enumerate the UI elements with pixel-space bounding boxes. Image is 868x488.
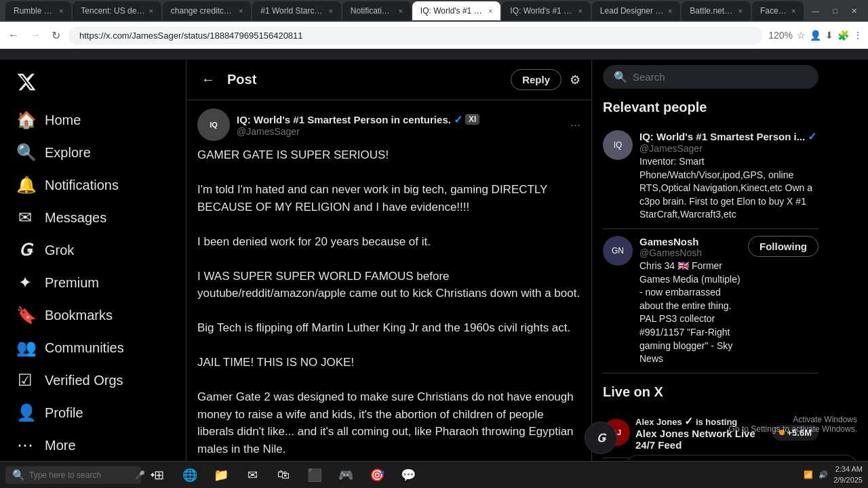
sidebar-grok-label: Grok — [45, 243, 74, 258]
sidebar-item-verified-orgs[interactable]: ☑ Verified Orgs — [8, 364, 178, 396]
reload-button[interactable]: ↻ — [49, 26, 63, 45]
tab-close-5[interactable]: × — [488, 7, 492, 15]
browser-tab-1[interactable]: Tencent: US designates...× — [73, 1, 161, 20]
taskbar-icon-store[interactable]: 🛍 — [269, 462, 298, 489]
main-content: ← Post Reply ⚙ IQ IQ: World's #1 Smartes… — [186, 60, 592, 488]
back-button[interactable]: ← — [197, 68, 219, 92]
rel-avatar-2: GN — [603, 236, 633, 266]
sidebar-item-more[interactable]: ⋯ More — [8, 429, 178, 462]
taskbar-icon-terminal[interactable]: ⬛ — [300, 462, 330, 489]
taskbar-search-icon: 🔍 — [12, 469, 25, 481]
download-icon[interactable]: ⬇ — [825, 30, 833, 41]
live-info-1: Alex Jones ✓ is hosting Alex Jones Netwo… — [635, 415, 767, 451]
zoom-level: 120% — [768, 30, 793, 41]
minimize-button[interactable]: — — [806, 4, 825, 18]
sidebar-logo[interactable] — [8, 65, 178, 101]
profile-icon[interactable]: 👤 — [810, 30, 821, 41]
right-sidebar: 🔍 Relevant people IQ IQ: World's #1 Smar… — [592, 60, 829, 488]
address-bar[interactable] — [68, 26, 763, 45]
taskbar-icon-browser[interactable]: 🌐 — [175, 462, 205, 489]
sidebar-item-home[interactable]: 🏠 Home — [8, 104, 178, 136]
browser-tabs: Rumble Studio×Tencent: US designates...×… — [5, 1, 804, 20]
browser-tab-6[interactable]: IQ: World's #1 Smartes...× — [502, 1, 591, 20]
verified-orgs-icon: ☑ — [16, 371, 34, 390]
taskbar-icon-game[interactable]: 🎮 — [331, 462, 361, 489]
tab-close-2[interactable]: × — [239, 7, 243, 15]
browser-tab-7[interactable]: Lead Designer of Starc...× — [592, 1, 681, 20]
taskbar-icon-discord[interactable]: 💬 — [393, 462, 423, 489]
taskbar-search-input[interactable] — [29, 470, 131, 480]
tweet-author-name[interactable]: IQ: World's #1 Smartest Person in centur… — [237, 113, 564, 126]
sidebar-item-notifications[interactable]: 🔔 Notifications — [8, 169, 178, 201]
following-button[interactable]: Following — [748, 236, 818, 257]
taskbar-clock: 2:34 AM 2/9/2025 — [833, 464, 863, 485]
browser-tab-2[interactable]: change creditcard on ...× — [163, 1, 252, 20]
taskbar-search[interactable]: 🔍 🎤 ✦ — [5, 466, 141, 484]
taskbar-icon-mail[interactable]: ✉ — [237, 462, 267, 489]
tweet-author-handle: @JamesSager — [237, 126, 564, 137]
rel-name-2[interactable]: GamesNosh — [639, 236, 741, 247]
taskbar-icon-files[interactable]: 📁 — [206, 462, 236, 489]
close-button[interactable]: ✕ — [846, 4, 863, 18]
search-input[interactable] — [633, 71, 808, 83]
sidebar-bookmarks-label: Bookmarks — [45, 308, 113, 323]
browser-actions: 120% ☆ 👤 ⬇ 🧩 ⋮ — [768, 30, 863, 41]
sidebar-notifications-label: Notifications — [45, 178, 119, 193]
rel-name-1[interactable]: IQ: World's #1 Smartest Person i... ✓ — [639, 130, 818, 143]
rel-avatar-1: IQ — [603, 130, 633, 160]
rel-info-2: GamesNosh @GamesNosh Chris 34 🇬🇧 Former … — [639, 236, 741, 366]
tweet-container: IQ IQ: World's #1 Smartest Person in cen… — [186, 100, 591, 488]
rel-bio-2: Chris 34 🇬🇧 Former Games Media (multiple… — [639, 260, 741, 366]
sidebar-profile-label: Profile — [45, 405, 83, 421]
relevant-people-title: Relevant people — [603, 100, 818, 115]
sidebar-item-bookmarks[interactable]: 🔖 Bookmarks — [8, 299, 178, 331]
grok-icon: Ǥ — [16, 241, 34, 260]
communities-icon: 👥 — [16, 338, 34, 357]
back-nav-button[interactable]: ← — [5, 26, 22, 44]
premium-icon: ✦ — [16, 273, 34, 292]
tab-close-6[interactable]: × — [578, 7, 582, 15]
maximize-button[interactable]: □ — [827, 4, 843, 18]
live-title: Live on X — [603, 384, 818, 400]
relevant-person-1: IQ IQ: World's #1 Smartest Person i... ✓… — [603, 123, 818, 229]
search-box[interactable]: 🔍 — [603, 65, 818, 89]
tab-close-3[interactable]: × — [328, 7, 332, 15]
live-count-1[interactable]: +5.6M — [772, 425, 819, 441]
reply-button[interactable]: Reply — [511, 69, 561, 90]
live-dot-1 — [779, 430, 785, 435]
notifications-icon: 🔔 — [16, 176, 34, 195]
sidebar-item-premium[interactable]: ✦ Premium — [8, 266, 178, 299]
sidebar-explore-label: Explore — [45, 145, 91, 161]
browser-tab-8[interactable]: Battle.net News× — [682, 1, 751, 20]
tweet-avatar: IQ — [197, 108, 230, 141]
tab-close-8[interactable]: × — [738, 7, 743, 15]
tab-close-4[interactable]: × — [398, 7, 402, 15]
taskbar-icon-steam[interactable]: 🎯 — [362, 462, 392, 489]
forward-nav-button[interactable]: → — [27, 26, 43, 44]
tab-close-9[interactable]: × — [791, 7, 795, 15]
live-item-1: AJ Alex Jones ✓ is hosting Alex Jones Ne… — [603, 408, 818, 458]
settings-icon[interactable]: ⋮ — [853, 30, 863, 41]
browser-tab-9[interactable]: Facebook× — [752, 1, 804, 20]
filter-button[interactable]: ⚙ — [570, 73, 580, 87]
grok-floating-button[interactable]: Ǥ — [585, 422, 617, 454]
sidebar-item-explore[interactable]: 🔍 Explore — [8, 136, 178, 169]
tweet-more-button[interactable]: ⋯ — [570, 119, 580, 131]
sidebar-item-profile[interactable]: 👤 Profile — [8, 396, 178, 429]
browser-chrome: Rumble Studio×Tencent: US designates...×… — [0, 0, 868, 60]
taskbar-icon-windows[interactable]: ⊞ — [144, 462, 174, 489]
browser-tab-5[interactable]: IQ: World's #1 Smartes...× — [412, 1, 501, 20]
bookmark-icon[interactable]: ☆ — [797, 30, 806, 41]
browser-tab-4[interactable]: Notifications / X× — [342, 1, 411, 20]
browser-tab-3[interactable]: #1 World Starcraft/War...× — [252, 1, 341, 20]
sidebar-item-communities[interactable]: 👥 Communities — [8, 331, 178, 364]
browser-tab-0[interactable]: Rumble Studio× — [5, 1, 71, 20]
tab-close-1[interactable]: × — [149, 7, 153, 15]
extensions-icon[interactable]: 🧩 — [837, 30, 849, 41]
xi-badge: XI — [465, 114, 479, 125]
sidebar-item-messages[interactable]: ✉ Messages — [8, 201, 178, 234]
sidebar-item-grok[interactable]: Ǥ Grok — [8, 234, 178, 266]
tab-close-0[interactable]: × — [59, 7, 63, 15]
tab-close-7[interactable]: × — [668, 7, 672, 15]
browser-controls: ← → ↻ 120% ☆ 👤 ⬇ 🧩 ⋮ — [0, 22, 868, 49]
